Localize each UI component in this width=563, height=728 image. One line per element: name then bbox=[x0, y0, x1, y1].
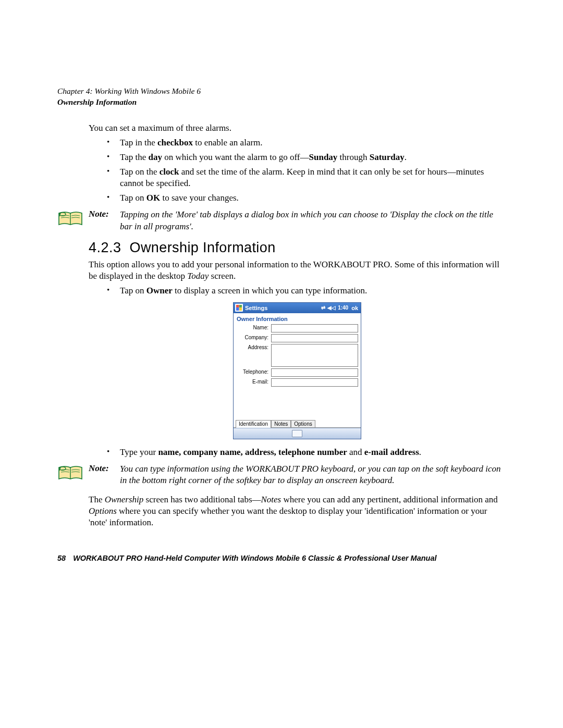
wm-tabstrip: Identification Notes Options bbox=[234, 418, 361, 428]
list-item: Tap on OK to save your changes. bbox=[89, 192, 506, 204]
section-number: 4.2.3 bbox=[89, 240, 121, 255]
address-label: Address: bbox=[236, 344, 271, 350]
windows-mobile-screenshot: Settings ⇄ ◀◁ 1:40 ok Owner Information … bbox=[233, 302, 361, 439]
alarm-instructions: Tap in the checkbox to enable an alarm. … bbox=[89, 137, 506, 204]
name-field[interactable] bbox=[271, 324, 358, 332]
section-heading: 4.2.3Ownership Information bbox=[89, 240, 506, 256]
company-label: Company: bbox=[236, 334, 271, 340]
note-label: Note: bbox=[89, 463, 120, 474]
page-header: Chapter 4: Working With Windows Mobile 6… bbox=[57, 86, 506, 108]
address-field[interactable] bbox=[271, 344, 358, 367]
owner-form: Name: Company: Address: Telephone: E-mai… bbox=[234, 324, 361, 389]
telephone-field[interactable] bbox=[271, 368, 358, 377]
note-label: Note: bbox=[89, 209, 120, 219]
wm-title: Settings bbox=[245, 305, 321, 311]
tab-notes[interactable]: Notes bbox=[271, 420, 291, 427]
list-item: Type your name, company name, address, t… bbox=[89, 447, 506, 458]
chapter-line: Chapter 4: Working With Windows Mobile 6 bbox=[57, 86, 506, 97]
page-footer: 58 WORKABOUT PRO Hand-Held Computer With… bbox=[57, 554, 506, 562]
wm-titlebar: Settings ⇄ ◀◁ 1:40 ok bbox=[234, 303, 361, 313]
list-item: Tap in the checkbox to enable an alarm. bbox=[89, 137, 506, 149]
page-number: 58 bbox=[57, 554, 66, 562]
list-item: Tap on Owner to display a screen in whic… bbox=[89, 285, 506, 297]
manual-title: WORKABOUT PRO Hand-Held Computer With Wi… bbox=[73, 554, 436, 562]
owner-instructions: Tap on Owner to display a screen in whic… bbox=[89, 285, 506, 297]
email-label: E-mail: bbox=[236, 378, 271, 385]
book-icon bbox=[57, 210, 84, 230]
ok-button[interactable]: ok bbox=[350, 305, 359, 311]
tab-options[interactable]: Options bbox=[291, 420, 315, 427]
tab-identification[interactable]: Identification bbox=[236, 420, 271, 428]
section-line: Ownership Information bbox=[57, 97, 506, 108]
speaker-icon: ◀◁ bbox=[327, 305, 336, 311]
clock-time: 1:40 bbox=[338, 305, 348, 311]
email-field[interactable] bbox=[271, 378, 358, 387]
wm-status-icons: ⇄ ◀◁ 1:40 ok bbox=[321, 305, 359, 311]
telephone-label: Telephone: bbox=[236, 368, 271, 375]
name-label: Name: bbox=[236, 324, 271, 330]
body-paragraph: The Ownership screen has two additional … bbox=[89, 494, 506, 528]
wm-softkey-bar bbox=[234, 428, 361, 439]
wm-screen-heading: Owner Information bbox=[234, 313, 361, 324]
connectivity-icon: ⇄ bbox=[321, 305, 325, 311]
type-info-instructions: Type your name, company name, address, t… bbox=[89, 447, 506, 458]
note-text: Tapping on the 'More' tab displays a dia… bbox=[120, 209, 506, 232]
start-icon[interactable] bbox=[235, 304, 243, 312]
section-title: Ownership Information bbox=[130, 240, 276, 255]
body-paragraph: This option allows you to add your perso… bbox=[89, 259, 506, 282]
book-icon bbox=[57, 464, 84, 485]
company-field[interactable] bbox=[271, 334, 358, 342]
list-item: Tap on the clock and set the time of the… bbox=[89, 166, 506, 189]
keyboard-icon[interactable] bbox=[292, 430, 302, 437]
note-text: You can type information using the WORKA… bbox=[120, 463, 506, 487]
list-item: Tap the day on which you want the alarm … bbox=[89, 152, 506, 163]
intro-paragraph: You can set a maximum of three alarms. bbox=[89, 122, 506, 134]
